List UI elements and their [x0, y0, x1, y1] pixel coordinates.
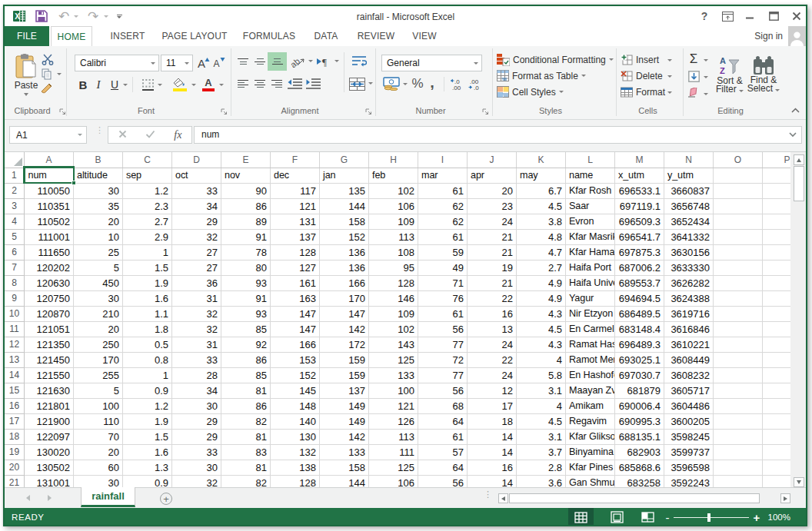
page-layout-view-button[interactable]: [604, 508, 630, 526]
cell-H20[interactable]: 125: [369, 460, 418, 475]
cell-K10[interactable]: 4.3: [517, 306, 566, 321]
font-size-combo[interactable]: 11: [161, 55, 193, 71]
cell-A7[interactable]: 120202: [25, 260, 74, 275]
format-painter-button[interactable]: [40, 81, 55, 95]
cell-O14[interactable]: [714, 367, 763, 383]
cell-O6[interactable]: [714, 244, 763, 260]
cell-A2[interactable]: 110050: [25, 183, 74, 198]
cell-G10[interactable]: 147: [320, 306, 369, 321]
cell-B17[interactable]: 110: [74, 413, 123, 429]
cell-I4[interactable]: 62: [418, 214, 468, 229]
cell-F19[interactable]: 132: [271, 444, 320, 460]
row-header-21[interactable]: 21: [5, 475, 25, 487]
cell-I2[interactable]: 61: [418, 183, 468, 198]
cell-M16[interactable]: 690006.4: [615, 398, 664, 413]
cell-C5[interactable]: 2.9: [123, 229, 172, 244]
cell-O4[interactable]: [714, 214, 763, 229]
borders-dropdown[interactable]: [156, 78, 164, 91]
cell-D14[interactable]: 28: [172, 367, 221, 383]
cell-N15[interactable]: 3605717: [664, 383, 714, 398]
font-name-combo[interactable]: Calibri: [75, 55, 159, 71]
cell-G15[interactable]: 137: [320, 383, 369, 398]
cell-G14[interactable]: 159: [320, 367, 369, 383]
column-header-A[interactable]: A: [25, 152, 74, 168]
text-direction-button[interactable]: ¶: [315, 53, 332, 70]
copy-button[interactable]: [40, 68, 54, 80]
cell-H5[interactable]: 113: [369, 229, 418, 244]
decrease-indent-button[interactable]: [286, 77, 303, 91]
cell-J8[interactable]: 21: [468, 275, 517, 290]
row-header-6[interactable]: 6: [5, 244, 25, 260]
cell-M14[interactable]: 697030.7: [615, 367, 664, 383]
cancel-button[interactable]: [108, 130, 136, 141]
column-header-P[interactable]: P: [763, 152, 791, 168]
cell-E21[interactable]: 82: [221, 475, 271, 487]
column-header-B[interactable]: B: [74, 152, 123, 168]
cell-G2[interactable]: 135: [320, 183, 369, 198]
cell-M8[interactable]: 689553.7: [615, 275, 664, 290]
cell-A4[interactable]: 110502: [25, 214, 74, 229]
tab-formulas[interactable]: FORMULAS: [238, 26, 300, 46]
cell-A14[interactable]: 121550: [25, 367, 74, 383]
new-sheet-button[interactable]: +: [160, 493, 172, 505]
delete-cells-button[interactable]: Delete: [621, 68, 663, 83]
cell-M7[interactable]: 687006.2: [615, 260, 664, 275]
cell-J19[interactable]: 14: [468, 444, 517, 460]
row-header-20[interactable]: 20: [5, 460, 25, 475]
collapse-ribbon-button[interactable]: [789, 105, 801, 115]
underline-dropdown[interactable]: [121, 78, 129, 91]
paste-button[interactable]: Paste: [9, 51, 43, 98]
cell-I18[interactable]: 61: [418, 429, 468, 444]
cell-C15[interactable]: 0.9: [123, 383, 172, 398]
row-header-14[interactable]: 14: [5, 367, 25, 383]
cell-E1[interactable]: nov: [221, 168, 271, 183]
tab-data[interactable]: DATA: [304, 26, 348, 46]
enter-button[interactable]: [136, 130, 164, 141]
cell-G13[interactable]: 159: [320, 352, 369, 367]
decrease-decimal-button[interactable]: .00.0: [467, 76, 481, 91]
cell-G19[interactable]: 133: [320, 444, 369, 460]
tab-scrollbar-splitter[interactable]: ⋮: [484, 493, 487, 506]
row-header-1[interactable]: 1: [5, 168, 25, 183]
alignment-dialog-launcher[interactable]: [365, 108, 373, 116]
insert-cells-dropdown[interactable]: [666, 54, 674, 66]
horizontal-scroll-thumb[interactable]: [509, 493, 760, 503]
center-button[interactable]: [253, 77, 267, 91]
cell-N11[interactable]: 3616846: [664, 321, 714, 337]
name-box[interactable]: A1: [9, 126, 87, 144]
borders-button[interactable]: [140, 78, 155, 91]
cell-I6[interactable]: 59: [418, 244, 468, 260]
cell-I16[interactable]: 68: [418, 398, 468, 413]
cell-J16[interactable]: 17: [468, 398, 517, 413]
bold-button[interactable]: B: [77, 77, 89, 92]
tab-file[interactable]: FILE: [5, 26, 49, 46]
cell-L9[interactable]: Yagur: [566, 290, 615, 306]
cell-G17[interactable]: 149: [320, 413, 369, 429]
cell-L18[interactable]: Kfar Glikson: [566, 429, 615, 444]
cell-D12[interactable]: 31: [172, 337, 221, 352]
font-color-dropdown[interactable]: [218, 78, 225, 91]
cell-F11[interactable]: 147: [271, 321, 320, 337]
cell-B19[interactable]: 20: [74, 444, 123, 460]
cell-P2[interactable]: [763, 183, 791, 198]
cell-K17[interactable]: 4.5: [517, 413, 566, 429]
row-header-11[interactable]: 11: [5, 321, 25, 337]
underline-button[interactable]: U: [108, 77, 121, 92]
cell-C2[interactable]: 1.2: [123, 183, 172, 198]
cell-I13[interactable]: 72: [418, 352, 468, 367]
cell-P17[interactable]: [763, 413, 791, 429]
cell-P6[interactable]: [763, 244, 791, 260]
cell-E8[interactable]: 93: [221, 275, 271, 290]
format-cells-button[interactable]: Format: [621, 85, 665, 99]
cell-M9[interactable]: 694694.5: [615, 290, 664, 306]
text-direction-dropdown[interactable]: [333, 55, 341, 67]
cell-N17[interactable]: 3600205: [664, 413, 714, 429]
font-color-button[interactable]: A: [201, 77, 216, 92]
cell-D2[interactable]: 33: [172, 183, 221, 198]
cell-P10[interactable]: [763, 306, 791, 321]
cell-E15[interactable]: 81: [221, 383, 271, 398]
cell-styles-button[interactable]: Cell Styles: [497, 85, 564, 99]
cell-H17[interactable]: 126: [369, 413, 418, 429]
cell-N2[interactable]: 3660837: [664, 183, 714, 198]
scroll-left-button[interactable]: [498, 493, 508, 503]
